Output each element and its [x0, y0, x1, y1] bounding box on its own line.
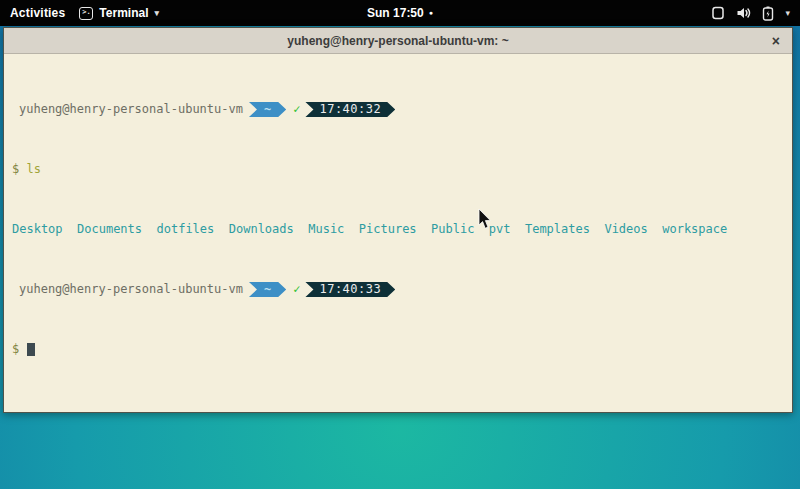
prompt-line-2: yuheng@henry-personal-ubuntu-vm ~ ✓ 17:4… [12, 282, 786, 297]
prompt-line-1: yuheng@henry-personal-ubuntu-vm ~ ✓ 17:4… [12, 102, 786, 117]
mouse-cursor [478, 209, 492, 230]
app-menu-label: Terminal [99, 6, 148, 20]
terminal-cursor [27, 343, 35, 356]
input-line[interactable]: $ [12, 342, 786, 357]
window-titlebar[interactable]: yuheng@henry-personal-ubuntu-vm: ~ × [4, 28, 792, 54]
prompt-path-badge: ~ [249, 102, 286, 117]
ls-output: Desktop Documents dotfiles Downloads Mus… [12, 222, 786, 237]
prompt-user: yuheng@henry-personal-ubuntu-vm [19, 282, 243, 297]
volume-icon [736, 6, 751, 20]
close-icon[interactable]: × [772, 34, 780, 48]
display-icon [711, 6, 725, 20]
prompt-time-badge: 17:40:32 [305, 102, 395, 117]
window-title: yuheng@henry-personal-ubuntu-vm: ~ [287, 34, 508, 48]
prompt-symbol: $ [12, 162, 19, 177]
system-status-menu[interactable]: ▾ [711, 0, 800, 26]
clock-menu[interactable]: Sun 17:50 ● [367, 0, 433, 26]
status-check-icon: ✓ [293, 282, 300, 297]
terminal-content[interactable]: yuheng@henry-personal-ubuntu-vm ~ ✓ 17:4… [4, 54, 792, 412]
notification-dot-icon: ● [429, 0, 433, 26]
prompt-time-badge: 17:40:33 [305, 282, 395, 297]
prompt-symbol: $ [12, 342, 19, 357]
clock-label: Sun 17:50 [367, 6, 424, 20]
command-line: $ ls [12, 162, 786, 177]
command-text: ls [26, 162, 40, 177]
app-menu-terminal[interactable]: >. Terminal ▾ [79, 6, 159, 20]
activities-button[interactable]: Activities [10, 6, 65, 20]
terminal-app-icon: >. [79, 7, 93, 20]
chevron-down-icon: ▾ [785, 8, 790, 18]
top-bar: Activities >. Terminal ▾ Sun 17:50 ● ▾ [0, 0, 800, 26]
terminal-window: yuheng@henry-personal-ubuntu-vm: ~ × yuh… [3, 27, 793, 413]
status-check-icon: ✓ [293, 102, 300, 117]
prompt-path-badge: ~ [249, 282, 286, 297]
prompt-user: yuheng@henry-personal-ubuntu-vm [19, 102, 243, 117]
chevron-down-icon: ▾ [154, 8, 159, 18]
battery-charging-icon [762, 6, 774, 21]
